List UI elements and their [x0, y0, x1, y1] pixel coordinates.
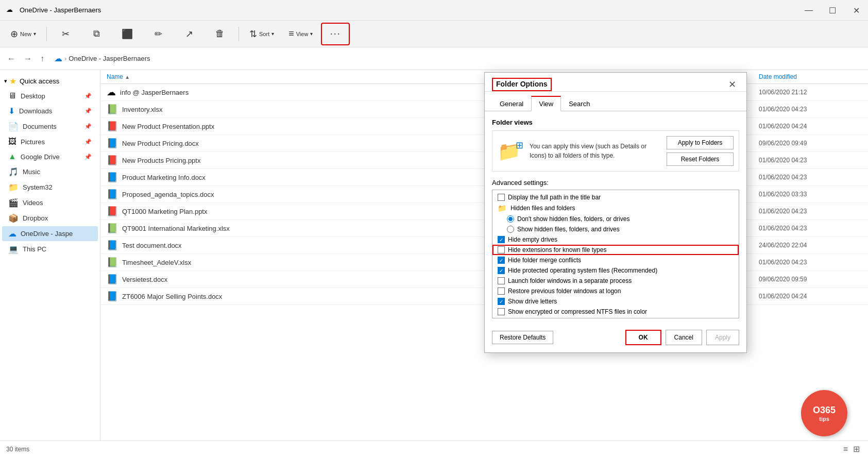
- downloads-pin-icon: 📌: [84, 108, 92, 114]
- back-button[interactable]: ←: [4, 52, 19, 65]
- dialog-tabs: General View Search: [485, 92, 746, 111]
- minimize-button[interactable]: —: [797, 0, 821, 21]
- advanced-settings-item[interactable]: ✓Hide protected operating system files (…: [492, 265, 739, 276]
- more-button[interactable]: ···: [321, 23, 350, 45]
- advanced-settings-list: Display the full path in the title bar📁H…: [492, 190, 739, 318]
- apply-button[interactable]: Apply: [706, 330, 739, 345]
- new-button[interactable]: ⊕ New ▾: [4, 23, 42, 45]
- file-name: New Product Presentation.pptx: [122, 123, 214, 130]
- pictures-icon: 🖼: [8, 137, 16, 146]
- share-button[interactable]: ↗: [175, 23, 203, 45]
- file-type-icon: 📗: [107, 257, 118, 268]
- advanced-settings-item[interactable]: 📁Hidden files and folders: [492, 202, 739, 214]
- cancel-button[interactable]: Cancel: [666, 330, 702, 345]
- view-icon: ≡: [288, 28, 294, 39]
- sidebar-item-desktop[interactable]: 🖥 Desktop 📌: [2, 89, 98, 103]
- tab-search[interactable]: Search: [561, 96, 598, 111]
- new-chevron-icon: ▾: [33, 31, 36, 37]
- advanced-settings-item[interactable]: ✓Hide folder merge conflicts: [492, 255, 739, 265]
- checkbox-icon[interactable]: ✓: [498, 257, 505, 264]
- radio-icon[interactable]: [507, 226, 514, 233]
- folder-views-description: You can apply this view (such as Details…: [530, 142, 660, 160]
- dialog-bottom: Restore Defaults OK Cancel Apply: [485, 326, 746, 352]
- view-button[interactable]: ≡ View ▾: [282, 23, 319, 45]
- advanced-item-label: Restore previous folder windows at logon: [508, 287, 621, 295]
- file-name: QT9001 International Marketing.xlsx: [122, 225, 230, 232]
- dialog-close-button[interactable]: ✕: [725, 78, 739, 91]
- checkbox-icon[interactable]: [498, 194, 505, 201]
- checkbox-icon[interactable]: ✓: [498, 267, 505, 274]
- radio-icon[interactable]: [507, 215, 514, 223]
- advanced-item-label: Hidden files and folders: [510, 205, 575, 212]
- cut-button[interactable]: ✂: [51, 23, 80, 45]
- copy-button[interactable]: ⧉: [82, 23, 111, 45]
- file-name: Versietest.docx: [122, 276, 167, 283]
- file-type-icon: 📗: [107, 104, 118, 115]
- sidebar-item-google-drive[interactable]: ▲ Google Drive 📌: [2, 149, 98, 164]
- more-icon: ···: [330, 28, 341, 39]
- advanced-settings-item[interactable]: Show hidden files, folders, and drives: [492, 224, 739, 234]
- sidebar-item-system32[interactable]: 📁 System32: [2, 180, 98, 195]
- system32-icon: 📁: [8, 182, 19, 192]
- checkbox-icon[interactable]: [498, 246, 505, 253]
- advanced-item-label: Show encrypted or compressed NTFS files …: [508, 308, 647, 315]
- file-name: info @ JasperBernaers: [120, 89, 189, 96]
- file-type-icon: 📘: [107, 138, 118, 149]
- view-toggle-buttons: ≡ ⊞: [841, 443, 862, 455]
- documents-pin-icon: 📌: [84, 123, 92, 130]
- advanced-settings-item[interactable]: ✓Hide empty drives: [492, 234, 739, 245]
- sort-chevron-icon: ▾: [271, 31, 274, 37]
- paste-button[interactable]: ⬛: [113, 23, 142, 45]
- up-button[interactable]: ↑: [37, 52, 47, 65]
- tab-view[interactable]: View: [531, 96, 561, 111]
- quick-access-label: Quick access: [20, 77, 59, 85]
- dialog-body: Folder views 📁 ⊞ You can apply this view…: [485, 111, 746, 326]
- tiles-view-button[interactable]: ⊞: [851, 443, 862, 455]
- details-view-button[interactable]: ≡: [841, 443, 850, 455]
- documents-icon: 📄: [8, 122, 19, 131]
- ok-button[interactable]: OK: [625, 330, 661, 345]
- folder-grid-icon: ⊞: [516, 140, 523, 151]
- sidebar-item-dropbox[interactable]: 📦 Dropbox: [2, 211, 98, 226]
- tab-general[interactable]: General: [492, 96, 531, 111]
- maximize-button[interactable]: ☐: [821, 0, 844, 21]
- restore-defaults-button[interactable]: Restore Defaults: [492, 331, 553, 344]
- sidebar-item-downloads[interactable]: ⬇ Downloads 📌: [2, 104, 98, 119]
- sort-icon: ⇅: [249, 28, 257, 40]
- sidebar-item-music[interactable]: 🎵 Music: [2, 164, 98, 179]
- header-date[interactable]: Date modified: [759, 73, 862, 80]
- checkbox-icon[interactable]: [498, 308, 505, 315]
- sidebar-item-onedrive[interactable]: ☁ OneDrive - Jaspe: [2, 226, 98, 241]
- sort-button[interactable]: ⇅ Sort ▾: [243, 23, 280, 45]
- new-label: New: [20, 31, 31, 37]
- quick-access-group[interactable]: ▾ ★ Quick access: [0, 74, 100, 88]
- sidebar-item-pictures[interactable]: 🖼 Pictures 📌: [2, 134, 98, 149]
- advanced-settings-item[interactable]: Display the full path in the title bar: [492, 192, 739, 202]
- sidebar-item-this-pc[interactable]: 💻 This PC: [2, 242, 98, 257]
- advanced-settings-item[interactable]: Don't show hidden files, folders, or dri…: [492, 214, 739, 224]
- delete-button[interactable]: 🗑: [206, 23, 234, 45]
- view-chevron-icon: ▾: [310, 31, 313, 37]
- sidebar-item-documents[interactable]: 📄 Documents 📌: [2, 119, 98, 134]
- advanced-item-label: Show drive letters: [508, 298, 557, 305]
- close-button[interactable]: ✕: [844, 0, 868, 21]
- advanced-settings-item[interactable]: Launch folder windows in a separate proc…: [492, 276, 739, 286]
- checkbox-icon[interactable]: ✓: [498, 236, 505, 243]
- sidebar-item-videos[interactable]: 🎬 Videos: [2, 195, 98, 210]
- advanced-settings-item[interactable]: ✓Show pop-up description for folder and …: [492, 317, 739, 318]
- advanced-settings-item[interactable]: Restore previous folder windows at logon: [492, 286, 739, 296]
- checkbox-icon[interactable]: [498, 277, 505, 284]
- checkbox-icon[interactable]: ✓: [498, 298, 505, 305]
- pictures-pin-icon: 📌: [84, 139, 92, 145]
- rename-button[interactable]: ✏: [144, 23, 173, 45]
- advanced-settings-item[interactable]: Show encrypted or compressed NTFS files …: [492, 307, 739, 317]
- apply-to-folders-button[interactable]: Apply to Folders: [667, 136, 734, 149]
- reset-folders-button[interactable]: Reset Folders: [667, 153, 734, 166]
- file-date: 01/06/2020 04:23: [759, 225, 862, 232]
- advanced-settings-item[interactable]: ✓Show drive letters: [492, 296, 739, 307]
- nav-bar: ← → ↑ ☁ › OneDrive - JasperBernaers: [0, 47, 868, 70]
- checkbox-icon[interactable]: [498, 287, 505, 295]
- forward-button[interactable]: →: [21, 52, 35, 65]
- breadcrumb[interactable]: ☁ › OneDrive - JasperBernaers: [49, 51, 759, 66]
- advanced-settings-item[interactable]: Hide extensions for known file types: [492, 245, 739, 255]
